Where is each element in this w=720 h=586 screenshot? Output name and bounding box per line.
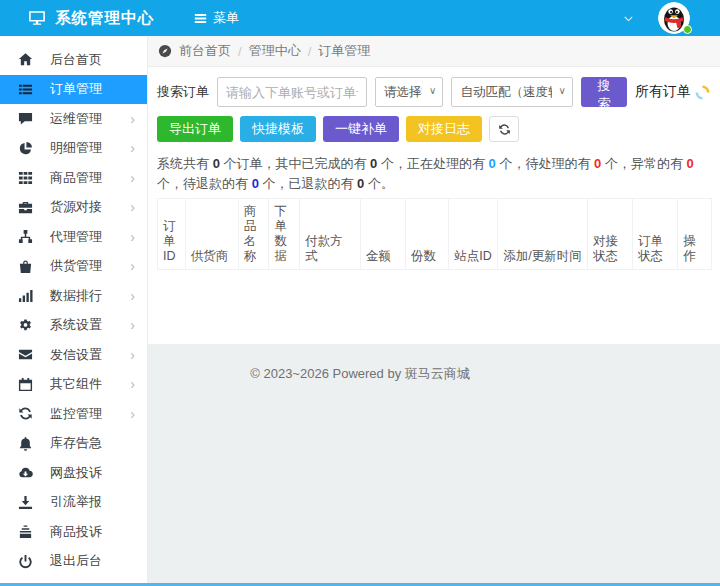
summary-count: 0 <box>213 156 220 171</box>
table-header-cell: 订单状态 <box>633 199 678 270</box>
sitemap-icon <box>18 229 33 244</box>
summary-count: 0 <box>252 176 259 191</box>
chevron-down-icon[interactable] <box>623 13 634 24</box>
app-title: 系统管理中心 <box>55 8 154 29</box>
sidebar-item[interactable]: 网盘投诉 <box>0 458 147 488</box>
footer-area: © 2023~2026 Powered by 斑马云商城 <box>148 344 720 383</box>
sidebar-item[interactable]: 库存告急 <box>0 429 147 459</box>
sidebar-item[interactable]: 后台首页 <box>0 45 147 75</box>
sidebar-item[interactable]: 订单管理 <box>0 75 147 105</box>
sidebar-item[interactable]: 退出后台 <box>0 547 147 577</box>
table-header-cell: 对接状态 <box>587 199 632 270</box>
sidebar-item[interactable]: 数据排行› <box>0 281 147 311</box>
comment-icon <box>18 111 33 126</box>
sidebar-item-label: 系统设置 <box>50 316 130 334</box>
cloud-icon <box>18 465 33 480</box>
summary-text: 个。 <box>364 176 394 191</box>
sidebar-item[interactable]: 货源对接› <box>0 193 147 223</box>
summary-count: 0 <box>687 156 694 171</box>
sidebar-item[interactable]: 监控管理› <box>0 399 147 429</box>
chevron-right-icon: › <box>130 289 135 303</box>
order-panel: 搜索订单 请选择状态 自动匹配（速度较慢） 搜索 所有订单 <box>148 67 720 344</box>
search-input[interactable] <box>217 77 367 107</box>
sidebar-item[interactable]: 系统设置› <box>0 311 147 341</box>
user-avatar[interactable] <box>658 2 690 34</box>
sidebar-item[interactable]: 其它组件› <box>0 370 147 400</box>
table-header-row: 订单ID供货商商品名称下单数据付款方式金额份数站点ID添加/更新时间对接状态订单… <box>158 199 712 270</box>
sync-icon <box>18 406 33 421</box>
all-orders-label: 所有订单 <box>635 83 691 101</box>
sidebar-item[interactable]: 供货管理› <box>0 252 147 282</box>
summary-count: 0 <box>489 156 496 171</box>
table-header-cell: 添加/更新时间 <box>498 199 588 270</box>
action-button[interactable]: 对接日志 <box>406 116 482 142</box>
briefcase-icon <box>18 200 33 215</box>
summary-text: 个，待处理的有 <box>496 156 594 171</box>
main-content: 前台首页/管理中心/订单管理 搜索订单 请选择状态 自动匹配（速度较慢） 搜索 … <box>148 36 720 583</box>
sidebar-item-label: 监控管理 <box>50 405 130 423</box>
monitor-icon <box>28 9 46 27</box>
sidebar-item[interactable]: 商品投诉 <box>0 517 147 547</box>
copyright-text: © 2023~2026 Powered by 斑马云商城 <box>148 344 572 383</box>
sidebar-item[interactable]: 发信设置› <box>0 340 147 370</box>
menu-label: 菜单 <box>213 9 239 27</box>
sidebar-item[interactable]: 引流举报 <box>0 488 147 518</box>
table-header-cell: 金额 <box>360 199 405 270</box>
action-button[interactable]: 一键补单 <box>323 116 399 142</box>
refresh-button[interactable] <box>489 116 519 142</box>
sidebar-item-label: 数据排行 <box>50 287 130 305</box>
action-button[interactable]: 导出订单 <box>157 116 233 142</box>
sidebar-item-label: 其它组件 <box>50 375 130 393</box>
sidebar-item-label: 库存告急 <box>50 434 135 452</box>
chevron-right-icon: › <box>130 348 135 362</box>
summary-text: 个订单，其中已完成的有 <box>220 156 370 171</box>
download-icon <box>18 495 33 510</box>
search-button[interactable]: 搜索 <box>581 77 627 107</box>
sidebar-item-label: 退出后台 <box>50 552 135 570</box>
chevron-right-icon: › <box>130 230 135 244</box>
breadcrumb-item[interactable]: 前台首页 <box>179 42 231 60</box>
action-button[interactable]: 快捷模板 <box>240 116 316 142</box>
status-select[interactable]: 请选择状态 <box>375 77 443 107</box>
chevron-right-icon: › <box>130 200 135 214</box>
sidebar-item[interactable]: 明细管理› <box>0 134 147 164</box>
online-status-dot <box>683 25 692 34</box>
sidebar-item-label: 订单管理 <box>50 80 135 98</box>
match-mode-select[interactable]: 自动匹配（速度较慢） <box>451 77 572 107</box>
sidebar-item-label: 明细管理 <box>50 139 130 157</box>
breadcrumb: 前台首页/管理中心/订单管理 <box>148 36 720 67</box>
power-icon <box>18 554 33 569</box>
table-header-cell: 下单数据 <box>269 199 300 270</box>
table-header-cell: 订单ID <box>158 199 186 270</box>
order-summary-text: 系统共有 0 个订单，其中已完成的有 0 个，正在处理的有 0 个，待处理的有 … <box>157 154 712 193</box>
action-button-row: 导出订单快捷模板一键补单对接日志 <box>157 116 712 142</box>
sidebar-item-label: 供货管理 <box>50 257 130 275</box>
table-header-cell: 付款方式 <box>300 199 361 270</box>
chevron-right-icon: › <box>130 259 135 273</box>
sidebar-item[interactable]: 代理管理› <box>0 222 147 252</box>
search-row: 搜索订单 请选择状态 自动匹配（速度较慢） 搜索 所有订单 <box>157 77 712 107</box>
gears-icon <box>18 318 33 333</box>
spinner-icon <box>694 84 711 101</box>
breadcrumb-item[interactable]: 管理中心 <box>249 42 301 60</box>
home-icon <box>18 52 33 67</box>
chevron-right-icon: › <box>130 377 135 391</box>
summary-text: 个，正在处理的有 <box>377 156 488 171</box>
chevron-right-icon: › <box>130 407 135 421</box>
sidebar-item-label: 引流举报 <box>50 493 135 511</box>
sidebar-item[interactable]: 商品管理› <box>0 163 147 193</box>
sidebar-item-label: 代理管理 <box>50 228 130 246</box>
table-header-cell: 操作 <box>678 199 712 270</box>
shopping-bag-icon <box>18 259 33 274</box>
sidebar-item-label: 商品投诉 <box>50 523 135 541</box>
table-header-cell: 份数 <box>405 199 448 270</box>
table-header-cell: 商品名称 <box>238 199 269 270</box>
menu-toggle[interactable]: 菜单 <box>194 9 239 27</box>
bell-icon <box>18 436 33 451</box>
all-orders-toggle[interactable]: 所有订单 <box>635 83 712 101</box>
list-icon <box>18 82 33 97</box>
chart-bars-icon <box>18 288 33 303</box>
breadcrumb-item[interactable]: 订单管理 <box>318 42 370 60</box>
topbar: 系统管理中心 菜单 <box>0 0 720 36</box>
sidebar-item[interactable]: 运维管理› <box>0 104 147 134</box>
